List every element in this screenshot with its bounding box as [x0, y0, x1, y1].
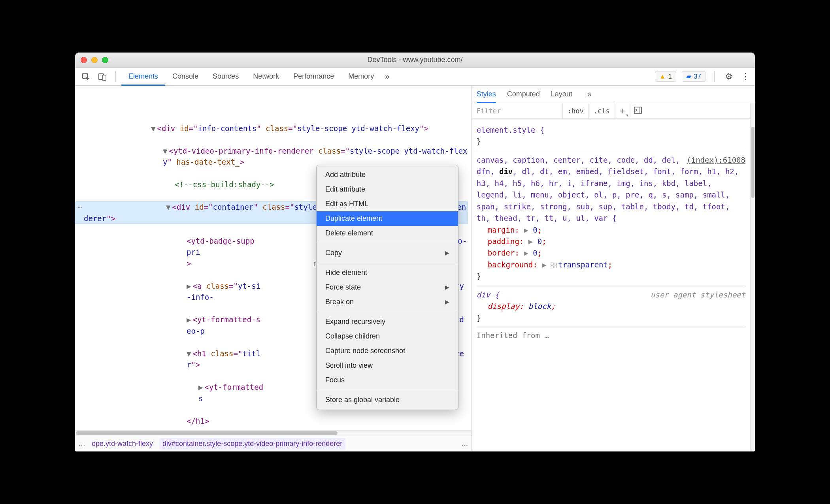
context-menu-item[interactable]: Copy▶	[317, 246, 458, 260]
context-menu-item[interactable]: Edit as HTML	[317, 197, 458, 211]
ua-rule[interactable]: user agent stylesheet div { display: blo…	[477, 286, 745, 327]
elements-panel: ▼<div id="info-contents" class="style-sc…	[75, 86, 472, 451]
main-toolbar: Elements Console Sources Network Perform…	[75, 68, 755, 86]
tab-sources[interactable]: Sources	[206, 68, 246, 85]
css-declaration[interactable]: margin: ▶ 0;	[477, 224, 745, 236]
breadcrumb: … ope.ytd-watch-flexy div#container.styl…	[75, 436, 472, 451]
svg-rect-3	[634, 107, 641, 113]
warning-badge[interactable]: ▲ 1	[655, 71, 676, 82]
gear-icon[interactable]: ⚙	[723, 71, 734, 82]
context-menu-item[interactable]: Edit attribute	[317, 182, 458, 197]
panel-tabs: Elements Console Sources Network Perform…	[121, 68, 389, 85]
new-rule-button[interactable]: +	[615, 103, 630, 118]
more-panels-icon[interactable]: »	[385, 72, 389, 81]
cls-button[interactable]: .cls	[589, 103, 615, 118]
titlebar: DevTools - www.youtube.com/	[75, 53, 755, 68]
styles-rules[interactable]: element.style { } (index):61008 canvas, …	[472, 119, 750, 451]
context-menu-item[interactable]: Break on▶	[317, 295, 458, 309]
context-menu-item[interactable]: Force state▶	[317, 280, 458, 295]
ua-label: user agent stylesheet	[651, 289, 745, 301]
submenu-arrow-icon: ▶	[445, 298, 449, 306]
kebab-menu-icon[interactable]: ⋮	[740, 71, 751, 82]
context-menu-separator	[317, 243, 458, 243]
context-menu-item[interactable]: Delete element	[317, 226, 458, 241]
message-count: 37	[694, 73, 701, 81]
css-declaration[interactable]: border: ▶ 0;	[477, 247, 745, 259]
tab-performance[interactable]: Performance	[286, 68, 341, 85]
tab-computed[interactable]: Computed	[507, 86, 540, 103]
context-menu-separator	[317, 312, 458, 312]
message-icon: ▰	[686, 72, 691, 81]
window-title: DevTools - www.youtube.com/	[75, 56, 755, 64]
tab-memory[interactable]: Memory	[341, 68, 381, 85]
css-declaration[interactable]: background: ▶ transparent;	[477, 259, 745, 271]
submenu-arrow-icon: ▶	[445, 249, 449, 257]
vertical-scrollbar[interactable]	[750, 103, 755, 451]
source-link[interactable]: (index):61008	[687, 154, 745, 166]
context-menu-item[interactable]: Scroll into view	[317, 358, 458, 373]
inherited-from[interactable]: Inherited from …	[477, 327, 745, 344]
crumb-ellipsis[interactable]: …	[78, 440, 85, 448]
tab-elements[interactable]: Elements	[121, 68, 165, 85]
svg-rect-2	[102, 75, 106, 80]
css-declaration[interactable]: padding: ▶ 0;	[477, 236, 745, 247]
styles-toolbar: Filter :hov .cls +	[472, 103, 750, 119]
tab-layout[interactable]: Layout	[551, 86, 572, 103]
hov-button[interactable]: :hov	[563, 103, 589, 118]
devtools-window: DevTools - www.youtube.com/ Elements Con…	[75, 53, 755, 451]
warning-count: 1	[668, 73, 672, 81]
toggle-sidebar-icon[interactable]	[630, 107, 646, 115]
breadcrumb-item-active[interactable]: div#container.style-scope.ytd-video-prim…	[159, 438, 345, 449]
css-rule[interactable]: (index):61008 canvas, caption, center, c…	[477, 151, 745, 286]
dom-node[interactable]: ▼<div id="info-contents" class="style-sc…	[84, 123, 468, 134]
context-menu-item[interactable]: Focus	[317, 373, 458, 387]
tab-styles[interactable]: Styles	[477, 86, 496, 103]
tab-console[interactable]: Console	[165, 68, 206, 85]
context-menu-item[interactable]: Store as global variable	[317, 393, 458, 407]
device-toggle-icon[interactable]	[96, 70, 109, 83]
context-menu: Add attributeEdit attributeEdit as HTMLD…	[316, 165, 458, 410]
context-menu-item[interactable]: Collapse children	[317, 329, 458, 344]
styles-tabs: Styles Computed Layout »	[472, 86, 755, 103]
tab-network[interactable]: Network	[246, 68, 286, 85]
context-menu-item[interactable]: Capture node screenshot	[317, 344, 458, 358]
dom-node[interactable]: </h1>	[84, 416, 468, 427]
crumb-ellipsis[interactable]: …	[461, 440, 468, 448]
submenu-arrow-icon: ▶	[445, 283, 449, 291]
message-badge[interactable]: ▰ 37	[682, 71, 706, 82]
context-menu-separator	[317, 263, 458, 263]
context-menu-item[interactable]: Expand recursively	[317, 314, 458, 329]
context-menu-item[interactable]: Hide element	[317, 265, 458, 280]
context-menu-separator	[317, 390, 458, 390]
styles-filter-input[interactable]: Filter	[472, 103, 563, 118]
dom-node[interactable]: ▼<ytd-video-primary-info-renderer class=…	[84, 145, 468, 168]
more-styles-tabs-icon[interactable]: »	[587, 90, 592, 99]
context-menu-item[interactable]: Add attribute	[317, 167, 458, 182]
breadcrumb-item[interactable]: ope.ytd-watch-flexy	[89, 438, 156, 449]
element-style-rule[interactable]: element.style { }	[477, 121, 745, 151]
horizontal-scrollbar[interactable]	[75, 430, 472, 436]
inspect-element-icon[interactable]	[79, 70, 92, 83]
warning-icon: ▲	[659, 73, 666, 81]
styles-panel: Styles Computed Layout » Filter :hov .cl…	[472, 86, 755, 451]
context-menu-item[interactable]: Duplicate element	[317, 211, 458, 226]
dom-tree[interactable]: ▼<div id="info-contents" class="style-sc…	[75, 86, 472, 430]
